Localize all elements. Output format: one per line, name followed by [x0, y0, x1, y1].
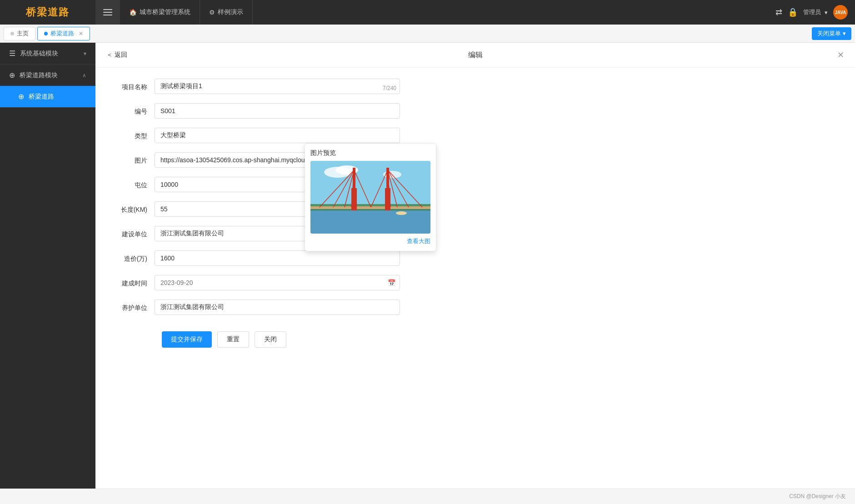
- input-type[interactable]: [155, 128, 400, 143]
- svg-rect-21: [310, 210, 430, 211]
- label-image: 图片: [114, 152, 155, 165]
- field-type: [155, 128, 400, 143]
- bridge-image: [310, 161, 430, 234]
- sidebar-basic-label: 系统基础模块: [20, 50, 79, 58]
- form-row-length: 长度(KM): [114, 201, 837, 217]
- label-build-date: 建成时间: [114, 275, 155, 288]
- close-menu-arrow: ▾: [843, 30, 846, 37]
- sidebar-item-basic[interactable]: ☰ 系统基础模块 ▾: [0, 43, 95, 64]
- sidebar-bridge-module-arrow: ∧: [82, 72, 86, 79]
- footer: CSDN @Designer 小友: [0, 489, 855, 504]
- nav-right: ⇄ 🔒 管理员 ▾ JAVA: [775, 5, 855, 20]
- close-menu-button[interactable]: 关闭菜单 ▾: [812, 27, 851, 40]
- input-cost[interactable]: [155, 250, 400, 266]
- nav-tab-example[interactable]: ⚙ 样例演示: [200, 0, 253, 25]
- char-count-project-name: 7/240: [383, 85, 396, 91]
- back-label: ＜ 返回: [106, 51, 127, 59]
- nav-tabs: 🏠 城市桥梁管理系统 ⚙ 样例演示: [120, 0, 253, 25]
- main-layout: ☰ 系统基础模块 ▾ ⊕ 桥梁道路模块 ∧ ⊕ 桥梁道路 ＜ 返回: [0, 43, 855, 489]
- field-maintainer: [155, 299, 400, 315]
- field-code: [155, 103, 400, 119]
- user-info[interactable]: 管理员 ▾: [803, 8, 828, 16]
- label-project-name: 项目名称: [114, 79, 155, 92]
- avatar: JAVA: [833, 5, 848, 20]
- logo-text: 桥梁道路: [26, 5, 70, 19]
- home-icon: 🏠: [129, 9, 137, 16]
- lock-icon[interactable]: 🔒: [788, 7, 798, 17]
- tab-bar: 主页 桥梁道路 ✕ 关闭菜单 ▾: [0, 25, 855, 43]
- field-build-date: 📅: [155, 275, 400, 290]
- form-title: 编辑: [468, 50, 483, 60]
- sidebar-bridge-module-icon: ⊕: [9, 71, 15, 80]
- field-cost: [155, 250, 400, 266]
- sidebar-group-bridge-module: ⊕ 桥梁道路模块 ∧ ⊕ 桥梁道路: [0, 65, 95, 108]
- form-row-cost: 造价(万): [114, 250, 837, 266]
- tab-home-label: 主页: [17, 30, 29, 38]
- sidebar-bridge-module-label: 桥梁道路模块: [20, 71, 78, 80]
- form-row-code: 编号: [114, 103, 837, 119]
- form-row-maintainer: 养护单位: [114, 299, 837, 315]
- nav-tab-city-bridge[interactable]: 🏠 城市桥梁管理系统: [120, 0, 200, 25]
- hamburger-icon: [103, 9, 112, 15]
- form-actions: 提交并保存 重置 关闭: [114, 324, 837, 355]
- username-arrow: ▾: [825, 9, 828, 16]
- search-icon[interactable]: ⇄: [775, 7, 782, 17]
- form-row-build-date: 建成时间 📅: [114, 275, 837, 290]
- form-row-project-name: 项目名称 7/240: [114, 79, 837, 94]
- label-code: 编号: [114, 103, 155, 116]
- form-close-button[interactable]: ✕: [837, 50, 844, 60]
- tab-close-icon[interactable]: ✕: [79, 30, 83, 37]
- label-length: 长度(KM): [114, 201, 155, 215]
- tab-bridge-road-label: 桥梁道路: [50, 30, 74, 38]
- tab-dot-home: [10, 32, 14, 35]
- gear-icon: ⚙: [209, 9, 215, 16]
- view-large-link[interactable]: 查看大图: [310, 237, 430, 245]
- image-preview-title: 图片预览: [310, 149, 430, 157]
- sidebar-item-bridge-road[interactable]: ⊕ 桥梁道路: [0, 86, 95, 107]
- form-row-builder: 建设单位: [114, 226, 837, 241]
- tab-dot-bridge-road: [44, 32, 48, 35]
- input-maintainer[interactable]: [155, 299, 400, 315]
- label-cost: 造价(万): [114, 250, 155, 264]
- label-builder: 建设单位: [114, 226, 155, 239]
- form-close-icon: ✕: [837, 50, 844, 60]
- label-maintainer: 养护单位: [114, 299, 155, 313]
- input-build-date[interactable]: [155, 275, 400, 290]
- input-code[interactable]: [155, 103, 400, 119]
- logo-area: 桥梁道路: [0, 0, 95, 25]
- calendar-icon[interactable]: 📅: [388, 279, 395, 286]
- content: ＜ 返回 编辑 ✕ 项目名称 7/240: [95, 43, 855, 489]
- submit-button[interactable]: 提交并保存: [162, 331, 212, 348]
- form-page: ＜ 返回 编辑 ✕ 项目名称 7/240: [95, 43, 855, 366]
- sidebar-basic-icon: ☰: [9, 49, 15, 58]
- nav-tab-example-label: 样例演示: [218, 8, 243, 16]
- form-row-type: 类型: [114, 128, 837, 143]
- close-menu-label: 关闭菜单: [817, 30, 841, 38]
- tab-item-bridge-road[interactable]: 桥梁道路 ✕: [37, 27, 90, 40]
- nav-tab-city-bridge-label: 城市桥梁管理系统: [140, 8, 190, 16]
- username-label: 管理员: [803, 8, 821, 16]
- sidebar: ☰ 系统基础模块 ▾ ⊕ 桥梁道路模块 ∧ ⊕ 桥梁道路: [0, 43, 95, 489]
- sidebar-bridge-road-label: 桥梁道路: [29, 93, 86, 101]
- hamburger-button[interactable]: [95, 0, 120, 25]
- form-row-image: 图片 👁 图片预览: [114, 152, 837, 168]
- svg-rect-4: [310, 209, 430, 234]
- footer-text: CSDN @Designer 小友: [789, 493, 846, 499]
- form-row-capacity: 屯位: [114, 177, 837, 192]
- input-project-name[interactable]: [155, 79, 400, 94]
- form-body: 项目名称 7/240 编号 类型: [95, 68, 855, 366]
- svg-point-22: [396, 211, 407, 215]
- label-capacity: 屯位: [114, 177, 155, 190]
- reset-button[interactable]: 重置: [217, 331, 249, 348]
- top-nav: 桥梁道路 🏠 城市桥梁管理系统 ⚙ 样例演示 ⇄ 🔒 管理员 ▾ JAVA: [0, 0, 855, 25]
- label-type: 类型: [114, 128, 155, 141]
- close-action-button[interactable]: 关闭: [255, 331, 286, 348]
- back-button[interactable]: ＜ 返回: [106, 51, 127, 59]
- sidebar-basic-arrow: ▾: [84, 50, 86, 57]
- image-preview-popup: 图片预览: [305, 143, 436, 251]
- sidebar-group-basic: ☰ 系统基础模块 ▾: [0, 43, 95, 65]
- sidebar-bridge-road-icon: ⊕: [18, 92, 24, 101]
- tab-item-home[interactable]: 主页: [4, 27, 35, 40]
- sidebar-item-bridge-module[interactable]: ⊕ 桥梁道路模块 ∧: [0, 65, 95, 86]
- form-header: ＜ 返回 编辑 ✕: [95, 43, 855, 68]
